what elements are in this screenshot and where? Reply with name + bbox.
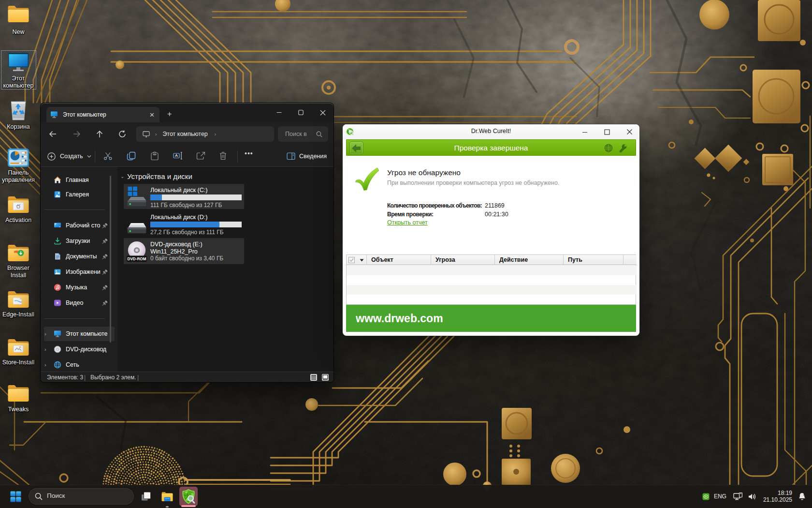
svg-text:z: z [804, 492, 806, 495]
svg-text:DVD-ROM: DVD-ROM [128, 257, 146, 261]
